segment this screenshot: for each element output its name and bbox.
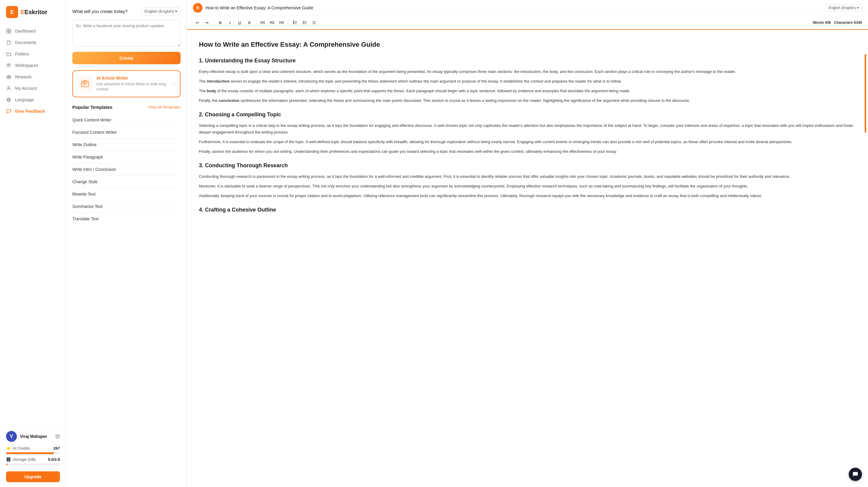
word-count: Words 936 Characters 6340 bbox=[813, 21, 862, 25]
template-item[interactable]: Write Paragraph bbox=[72, 151, 181, 163]
svg-point-5 bbox=[9, 64, 10, 65]
logo-area: E EEskritor bbox=[0, 0, 66, 23]
template-item[interactable]: Quick Content Writer bbox=[72, 114, 181, 126]
ordered-list-button[interactable]: 1 2 3 bbox=[291, 19, 299, 27]
message-icon bbox=[6, 109, 11, 114]
svg-rect-2 bbox=[7, 31, 8, 33]
section-3-p2: Moreover, it is advisable to seek a dive… bbox=[199, 183, 856, 189]
gift-icon bbox=[6, 74, 11, 80]
template-label: Summarize Text bbox=[72, 204, 102, 209]
template-item[interactable]: Write Intro / Conclusion bbox=[72, 163, 181, 176]
sidebar-label-workspaces: Workspaces bbox=[15, 63, 38, 68]
language-selector[interactable]: English (English) ▾ bbox=[141, 7, 181, 16]
sidebar-item-workspaces[interactable]: Workspaces bbox=[0, 60, 66, 71]
toolbar-sep-1 bbox=[213, 20, 214, 26]
create-header: What will you create today? English (Eng… bbox=[72, 7, 181, 16]
sidebar-item-language[interactable]: Language bbox=[0, 94, 66, 105]
credits-progress-bg bbox=[6, 452, 60, 454]
sidebar-bottom: V Viraj Mahajan i ⭐ AI Credits 267 🗄️ St… bbox=[0, 426, 66, 487]
middle-panel: What will you create today? English (Eng… bbox=[66, 0, 187, 487]
svg-rect-14 bbox=[82, 84, 87, 84]
svg-rect-1 bbox=[9, 29, 11, 31]
credits-row: ⭐ AI Credits 267 bbox=[6, 446, 60, 451]
sidebar-label-language: Language bbox=[15, 97, 34, 102]
h2-button[interactable]: H2 bbox=[268, 19, 276, 27]
editor-language-selector[interactable]: English (English) ▾ bbox=[825, 4, 862, 11]
svg-point-28 bbox=[303, 21, 304, 22]
doc-icon bbox=[193, 3, 203, 13]
sidebar-item-give-feedback[interactable]: Give Feedback bbox=[0, 105, 66, 117]
italic-button[interactable]: I bbox=[226, 19, 234, 27]
unordered-list-button[interactable] bbox=[301, 19, 309, 27]
popular-templates-header: Popular Templates View All Templates bbox=[72, 104, 181, 110]
prompt-textarea[interactable] bbox=[72, 20, 181, 47]
sidebar-item-dashboard[interactable]: Dashboard bbox=[0, 25, 66, 37]
content-title: How to Write an Effective Essay: A Compr… bbox=[199, 39, 856, 50]
sidebar-item-folders[interactable]: Folders bbox=[0, 48, 66, 60]
template-item[interactable]: Summarize Text bbox=[72, 201, 181, 213]
editor-topbar: How to Write an Effective Essay: A Compr… bbox=[187, 0, 868, 16]
storage-row: 🗄️ Storage (GB) 0.0/2.9 bbox=[6, 457, 60, 462]
bold-button[interactable]: B bbox=[216, 19, 224, 27]
storage-progress-fill bbox=[6, 463, 7, 465]
chevron-down-icon: ▾ bbox=[857, 6, 859, 10]
upgrade-button[interactable]: Upgrade bbox=[6, 471, 60, 482]
app-name: EEskritor bbox=[21, 9, 47, 16]
sidebar-label-rewards: Rewards bbox=[15, 74, 32, 79]
sidebar-item-rewards[interactable]: Rewards bbox=[0, 71, 66, 83]
template-item[interactable]: Focused Content Writer bbox=[72, 126, 181, 139]
grid-icon bbox=[6, 28, 11, 34]
scroll-indicator bbox=[865, 54, 866, 132]
svg-rect-15 bbox=[82, 85, 85, 86]
logo-icon: E bbox=[6, 6, 18, 18]
ai-card-icon: AI bbox=[78, 77, 92, 91]
main-nav: Dashboard Documents Folders bbox=[0, 23, 66, 426]
credits-progress-fill bbox=[6, 452, 54, 454]
folder-icon bbox=[6, 51, 11, 57]
template-item[interactable]: Change Style bbox=[72, 176, 181, 188]
redo-button[interactable]: ↪ bbox=[203, 19, 211, 27]
ai-card-desc: Use advanced AI Article Writer to write … bbox=[96, 82, 169, 92]
user-name: Viraj Mahajan bbox=[20, 434, 47, 439]
sidebar-item-documents[interactable]: Documents bbox=[0, 37, 66, 48]
users-icon bbox=[6, 63, 11, 68]
underline-button[interactable]: U bbox=[236, 19, 244, 27]
section-1-p3: The body of the essay consists of multip… bbox=[199, 88, 856, 94]
templates-list: Quick Content Writer Focused Content Wri… bbox=[72, 114, 181, 225]
undo-button[interactable]: ↩ bbox=[193, 19, 201, 27]
section-1-p4: Finally, the conclusion synthesizes the … bbox=[199, 97, 856, 104]
editor-content[interactable]: How to Write an Effective Essay: A Compr… bbox=[187, 30, 868, 487]
ai-article-card[interactable]: AI AI Article Writer Use advanced AI Art… bbox=[72, 70, 181, 97]
template-item[interactable]: Translate Text bbox=[72, 213, 181, 225]
svg-rect-3 bbox=[9, 31, 11, 33]
svg-text:AI: AI bbox=[84, 80, 86, 82]
svg-point-30 bbox=[303, 24, 304, 24]
h3-button[interactable]: H3 bbox=[278, 19, 286, 27]
storage-icon: 🗄️ bbox=[6, 457, 11, 462]
align-button[interactable] bbox=[310, 19, 318, 27]
sidebar-item-my-account[interactable]: My Account bbox=[0, 83, 66, 94]
template-item[interactable]: Rewrite Text bbox=[72, 188, 181, 201]
ai-card-title: AI Article Writer bbox=[96, 75, 169, 81]
chevron-right-icon: › bbox=[173, 81, 175, 87]
section-2-heading: 2. Choosing a Compelling Topic bbox=[199, 110, 856, 119]
section-1-p2: The introduction serves to engage the re… bbox=[199, 78, 856, 85]
ai-card-content: AI Article Writer Use advanced AI Articl… bbox=[96, 75, 169, 92]
sidebar-label-folders: Folders bbox=[15, 52, 29, 56]
info-icon[interactable]: i bbox=[55, 434, 60, 439]
storage-value: 0.0/2.9 bbox=[48, 457, 60, 462]
sidebar-label-documents: Documents bbox=[15, 40, 36, 45]
template-item[interactable]: Write Outline bbox=[72, 139, 181, 151]
h1-button[interactable]: H1 bbox=[258, 19, 267, 27]
chat-bubble[interactable] bbox=[849, 468, 862, 481]
view-all-templates-link[interactable]: View All Templates bbox=[148, 105, 181, 110]
storage-label: 🗄️ Storage (GB) bbox=[6, 457, 36, 462]
section-1-p1: Every effective essay is built upon a cl… bbox=[199, 68, 856, 75]
strikethrough-button[interactable]: S bbox=[245, 19, 253, 27]
section-2-p1: Selecting a compelling topic is a critic… bbox=[199, 122, 856, 135]
editor-panel: How to Write an Effective Essay: A Compr… bbox=[187, 0, 868, 487]
section-4-heading: 4. Crafting a Cohesive Outline bbox=[199, 205, 856, 215]
create-button[interactable]: Create bbox=[72, 52, 181, 64]
svg-rect-0 bbox=[7, 29, 8, 31]
svg-rect-13 bbox=[82, 83, 88, 83]
